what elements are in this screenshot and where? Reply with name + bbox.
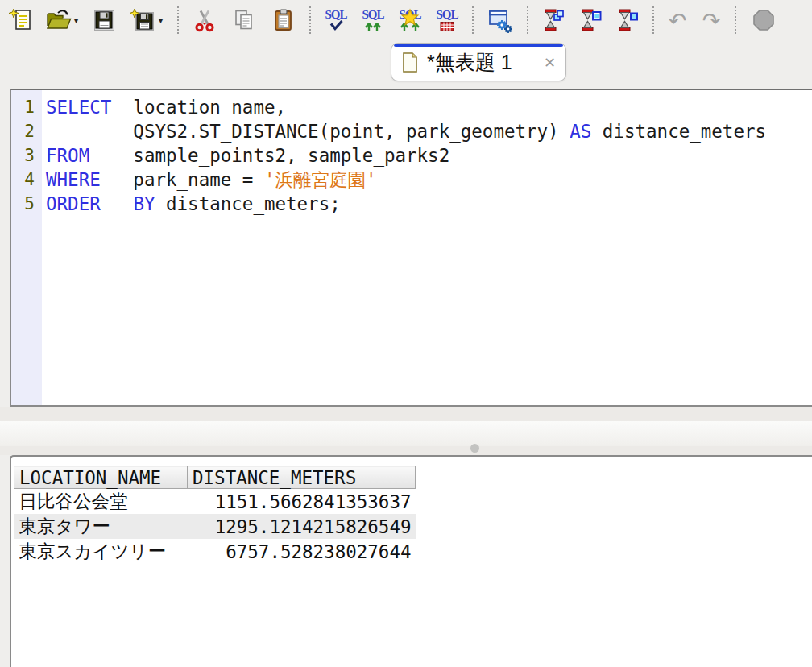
sql-run-selected-icon: SQL [396, 8, 425, 32]
code-token-keyword: AS [570, 121, 591, 142]
save-button[interactable] [85, 2, 122, 38]
paste-icon [271, 8, 296, 32]
run-settings-button[interactable] [480, 2, 520, 38]
toolbar-separator [309, 6, 311, 34]
sql-run-all-icon: SQL [358, 8, 387, 32]
line-number: 2 [11, 119, 42, 143]
undo-button[interactable]: ↶ [661, 2, 694, 38]
active-tab-indicator [394, 44, 563, 47]
code-token-keyword: ORDER [46, 193, 101, 214]
open-script-button[interactable]: ▾ [39, 2, 85, 38]
results-body: 日比谷公会堂1151.5662841353637東京タワー1295.121421… [14, 489, 416, 565]
results-table: LOCATION_NAME DISTANCE_METERS 日比谷公会堂1151… [14, 466, 416, 564]
code-line[interactable]: WHERE park_name = '浜離宮庭園' [46, 168, 812, 192]
open-dropdown-caret[interactable]: ▾ [73, 14, 78, 26]
cell-distance-meters: 1295.1214215826549 [188, 514, 416, 539]
tab-title: *無表題 1 [427, 49, 512, 76]
sql-run-all-button[interactable]: SQL [354, 2, 392, 38]
sql-syntax-check-button[interactable]: SQL [317, 2, 354, 38]
svg-text:SQL: SQL [362, 8, 384, 21]
stop-octagon-icon [752, 8, 776, 32]
code-line[interactable]: SELECT location_name, [46, 95, 812, 119]
code-token-plain: location_name, [111, 97, 286, 118]
redo-icon: ↷ [702, 10, 721, 31]
document-icon [401, 52, 419, 73]
cut-button[interactable] [185, 2, 224, 38]
cell-distance-meters: 6757.528238027644 [188, 539, 416, 564]
tab-untitled-1[interactable]: *無表題 1 ✕ [391, 43, 566, 81]
code-token-keyword: WHERE [46, 169, 101, 190]
toolbar-separator [735, 6, 736, 34]
cell-location-name: 日比谷公会堂 [14, 489, 188, 515]
code-token-plain: distance_meters; [155, 193, 340, 214]
sql-run-to-results-button[interactable]: SQL [429, 2, 466, 38]
paste-button[interactable] [264, 2, 303, 38]
line-number: 4 [11, 168, 42, 192]
code-token-plain [101, 193, 134, 214]
toolbar-separator [652, 6, 654, 34]
code-token-keyword: SELECT [46, 97, 111, 118]
cell-distance-meters: 1151.5662841353637 [188, 489, 416, 515]
code-line[interactable]: ORDER BY distance_meters; [46, 192, 812, 216]
code-token-string: '浜離宮庭園' [264, 169, 377, 190]
column-header-location-name[interactable]: LOCATION_NAME [14, 466, 188, 489]
new-document-icon [9, 8, 33, 32]
history-window-icon [578, 8, 603, 32]
stop-button[interactable] [743, 2, 785, 38]
copy-icon [232, 8, 256, 32]
cell-location-name: 東京スカイツリー [14, 539, 188, 564]
line-number: 1 [11, 95, 42, 119]
history-cascade-icon [541, 8, 566, 32]
results-header-row: LOCATION_NAME DISTANCE_METERS [14, 466, 416, 489]
results-panel: LOCATION_NAME DISTANCE_METERS 日比谷公会堂1151… [10, 455, 812, 667]
open-folder-icon [45, 8, 72, 32]
history-cascade-button[interactable] [535, 2, 572, 38]
table-row[interactable]: 日比谷公会堂1151.5662841353637 [14, 489, 416, 515]
table-row[interactable]: 東京タワー1295.1214215826549 [14, 514, 416, 539]
code-token-keyword: FROM [46, 145, 89, 166]
code-token-keyword: BY [133, 193, 155, 214]
line-number: 5 [11, 192, 42, 216]
line-number-gutter: 12345 [11, 90, 42, 405]
undo-icon: ↶ [669, 10, 687, 31]
toolbar: ▾ ▾ [0, 0, 812, 40]
toolbar-separator [527, 6, 528, 34]
history-single-icon [615, 8, 640, 32]
save-as-dropdown-caret[interactable]: ▾ [158, 14, 163, 26]
splitter-handle[interactable] [0, 420, 812, 446]
toolbar-separator [472, 6, 474, 34]
cell-location-name: 東京タワー [14, 514, 188, 539]
splitter-grip-dot [470, 444, 479, 453]
table-row[interactable]: 東京スカイツリー6757.528238027644 [14, 539, 416, 564]
code-line[interactable]: QSYS2.ST_DISTANCE(point, park_geometry) … [46, 119, 812, 143]
code-token-plain: sample_points2, sample_parks2 [89, 145, 450, 166]
cut-icon [193, 8, 217, 32]
history-window-button[interactable] [572, 2, 609, 38]
close-icon[interactable]: ✕ [544, 54, 556, 71]
code-line[interactable]: FROM sample_points2, sample_parks2 [46, 143, 812, 168]
save-icon [92, 8, 116, 32]
redo-button[interactable]: ↷ [694, 2, 728, 38]
code-token-plain: distance_meters [591, 121, 766, 142]
save-as-button[interactable]: ▾ [122, 2, 171, 38]
run-settings-gears-icon [487, 7, 513, 33]
toolbar-separator [177, 6, 179, 34]
column-header-distance-meters[interactable]: DISTANCE_METERS [188, 466, 416, 489]
splitter-area [0, 407, 812, 455]
svg-text:SQL: SQL [436, 8, 458, 21]
code-token-plain: park_name = [101, 169, 264, 190]
sql-run-to-results-icon: SQL [433, 8, 462, 32]
sql-run-selected-button[interactable]: SQL [392, 2, 429, 38]
sql-editor[interactable]: SELECT location_name, QSYS2.ST_DISTANCE(… [42, 90, 812, 405]
new-script-button[interactable] [3, 2, 39, 38]
history-single-button[interactable] [609, 2, 646, 38]
copy-button[interactable] [224, 2, 264, 38]
svg-text:SQL: SQL [325, 8, 347, 21]
line-number: 3 [11, 143, 42, 168]
tab-bar: *無表題 1 ✕ [0, 40, 812, 89]
code-token-plain: QSYS2.ST_DISTANCE(point, park_geometry) [46, 121, 570, 142]
sql-editor-panel: 12345 SELECT location_name, QSYS2.ST_DIS… [10, 89, 812, 407]
save-as-icon [130, 8, 157, 32]
sql-syntax-check-icon: SQL [321, 8, 350, 32]
